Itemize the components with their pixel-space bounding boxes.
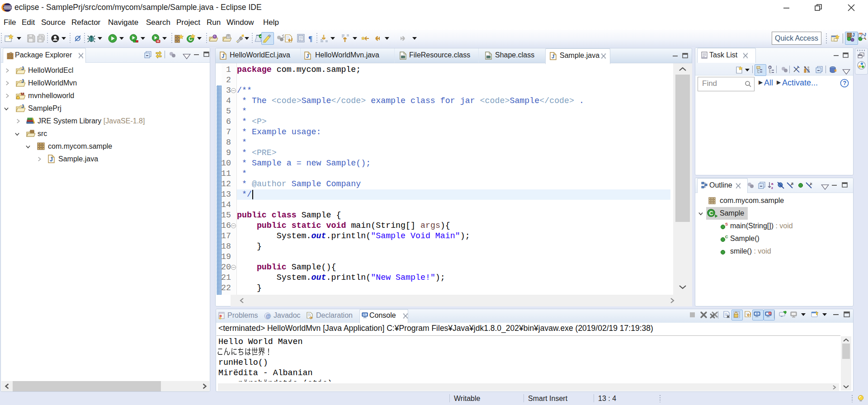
svg-text:J: J xyxy=(864,33,866,37)
svg-text:a: a xyxy=(771,182,774,186)
svg-text:J: J xyxy=(552,54,554,59)
svg-text:z: z xyxy=(771,186,773,189)
svg-text:@: @ xyxy=(265,313,270,319)
svg-text:010: 010 xyxy=(487,56,491,59)
svg-text:C: C xyxy=(709,210,713,217)
svg-text:J: J xyxy=(852,33,855,38)
svg-text:J: J xyxy=(21,79,24,84)
svg-text:?: ? xyxy=(843,80,846,86)
svg-text:J: J xyxy=(306,53,309,59)
svg-text:J: J xyxy=(21,66,24,71)
svg-text:S: S xyxy=(791,182,794,186)
svg-text:M: M xyxy=(21,92,24,96)
svg-text:010: 010 xyxy=(401,56,406,59)
svg-text:C: C xyxy=(725,235,728,239)
svg-text:¶: ¶ xyxy=(308,34,312,43)
svg-text:J: J xyxy=(21,104,24,109)
svg-text:J: J xyxy=(222,53,224,59)
svg-text:L: L xyxy=(810,182,812,186)
svg-text:S: S xyxy=(725,222,728,226)
svg-text:J: J xyxy=(50,156,53,163)
